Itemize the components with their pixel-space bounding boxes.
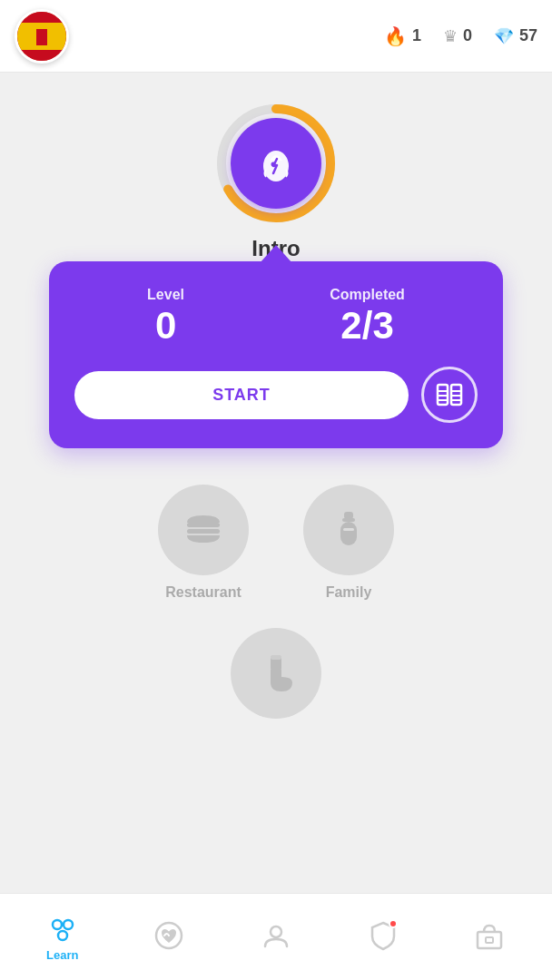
- family-circle: [303, 485, 394, 575]
- fire-icon: 🔥: [384, 25, 407, 47]
- book-button[interactable]: [421, 367, 478, 423]
- shop-icon: [473, 919, 506, 952]
- completed-label: Completed: [330, 287, 405, 303]
- svg-rect-15: [342, 518, 355, 522]
- svg-rect-16: [340, 522, 357, 545]
- bottom-nav: Learn: [0, 893, 552, 980]
- svg-point-24: [271, 926, 281, 937]
- family-label: Family: [326, 584, 372, 601]
- gems-value: 57: [519, 26, 537, 45]
- intro-container: Intro Level 0 Completed 2/3 START: [49, 100, 503, 448]
- gems-stat: 💎 57: [494, 26, 537, 46]
- svg-rect-25: [478, 932, 501, 948]
- completed-stat: Completed 2/3: [330, 287, 405, 345]
- level-stat: Level 0: [147, 287, 184, 345]
- svg-point-22: [58, 931, 67, 940]
- league-stat: ♛ 0: [443, 26, 472, 46]
- level-label: Level: [147, 287, 184, 303]
- league-value: 0: [463, 26, 472, 45]
- skill-family[interactable]: Family: [303, 485, 394, 601]
- gem-icon: 💎: [494, 26, 514, 46]
- nav-profile[interactable]: [222, 919, 330, 956]
- hearts-icon: [153, 919, 185, 952]
- level-value: 0: [155, 307, 176, 345]
- restaurant-circle: [158, 485, 249, 575]
- streak-stat: 🔥 1: [384, 25, 421, 47]
- profile-icon: [260, 919, 292, 952]
- skill-restaurant[interactable]: Restaurant: [158, 485, 249, 601]
- clothing-circle: [231, 628, 321, 719]
- crown-icon: ♛: [443, 26, 458, 46]
- nav-hearts[interactable]: [116, 919, 223, 956]
- ring-container: [212, 100, 340, 227]
- nav-learn[interactable]: Learn: [9, 912, 116, 962]
- skill-clothing[interactable]: [231, 628, 321, 728]
- svg-rect-12: [187, 523, 220, 527]
- svg-rect-26: [486, 937, 493, 943]
- svg-rect-13: [187, 529, 220, 534]
- svg-point-21: [64, 920, 73, 929]
- nav-shop[interactable]: [436, 919, 543, 956]
- main-content: Intro Level 0 Completed 2/3 START: [0, 73, 552, 893]
- svg-point-20: [53, 920, 62, 929]
- start-button[interactable]: START: [74, 371, 409, 419]
- top-bar: 🔥 1 ♛ 0 💎 57: [0, 0, 552, 73]
- top-stats: 🔥 1 ♛ 0 💎 57: [384, 25, 537, 47]
- svg-rect-14: [344, 512, 353, 519]
- popup-card: Level 0 Completed 2/3 START: [49, 261, 503, 448]
- card-stats: Level 0 Completed 2/3: [74, 287, 478, 345]
- nav-shield[interactable]: [330, 919, 437, 956]
- skills-row-1: Restaurant Family: [158, 485, 394, 601]
- learn-label: Learn: [46, 948, 78, 962]
- card-actions: START: [74, 367, 478, 423]
- intro-icon-circle: [231, 118, 321, 209]
- learn-icon: [46, 912, 79, 945]
- skills-row-2: [231, 628, 321, 728]
- avatar[interactable]: [15, 9, 69, 64]
- restaurant-label: Restaurant: [165, 584, 242, 601]
- streak-value: 1: [412, 26, 421, 45]
- completed-value: 2/3: [340, 307, 393, 345]
- svg-rect-17: [343, 528, 354, 531]
- svg-rect-19: [271, 655, 281, 660]
- shield-icon: [367, 919, 399, 952]
